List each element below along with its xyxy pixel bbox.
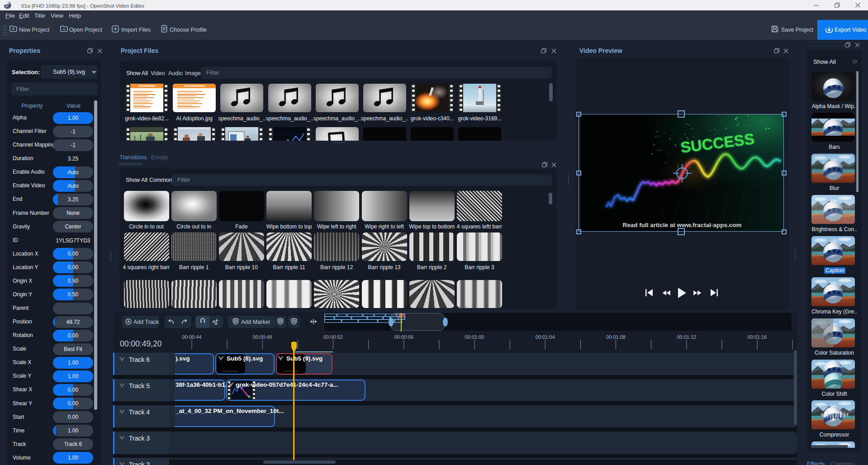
svg-text:ABC 123: ABC 123: [832, 238, 847, 242]
